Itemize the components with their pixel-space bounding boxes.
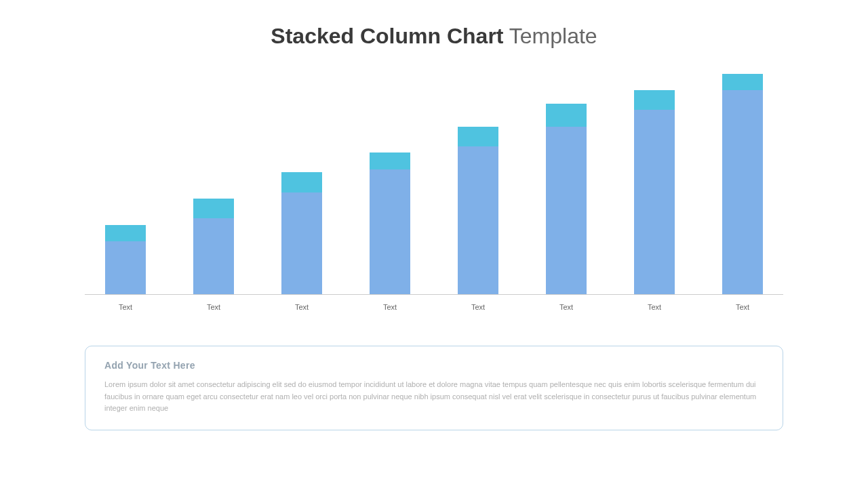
x-axis-label: Text xyxy=(722,303,763,311)
bar-segment-lower xyxy=(634,110,675,294)
bar-group xyxy=(546,104,587,294)
title-bold: Stacked Column Chart xyxy=(271,24,503,48)
chart: TextTextTextTextTextTextTextText xyxy=(85,71,783,308)
x-axis-label: Text xyxy=(370,303,410,311)
bar-group xyxy=(634,90,675,294)
bar-segment-upper xyxy=(370,152,410,169)
bar-segment-lower xyxy=(546,127,587,295)
bar-segment-lower xyxy=(281,192,322,294)
x-axis-label: Text xyxy=(634,303,675,311)
description-heading: Add Your Text Here xyxy=(104,360,764,371)
x-axis-label: Text xyxy=(193,303,234,311)
bar-segment-upper xyxy=(105,225,146,241)
x-axis-label: Text xyxy=(281,303,322,311)
bar-segment-upper xyxy=(546,104,587,127)
bar-segment-lower xyxy=(193,218,234,294)
bar-group xyxy=(281,172,322,294)
bar-group xyxy=(722,74,763,294)
bar-group xyxy=(105,225,146,294)
bar-segment-upper xyxy=(722,74,763,90)
bar-segment-upper xyxy=(193,199,234,218)
bar-group xyxy=(193,199,234,294)
x-axis-label: Text xyxy=(458,303,498,311)
description-box: Add Your Text Here Lorem ipsum dolor sit… xyxy=(85,346,783,430)
bar-group xyxy=(370,152,410,294)
x-axis-label: Text xyxy=(546,303,587,311)
page-title: Stacked Column Chart Template xyxy=(0,0,868,49)
x-axis-label: Text xyxy=(105,303,146,311)
bar-segment-lower xyxy=(105,241,146,294)
bar-group xyxy=(458,127,498,294)
title-light: Template xyxy=(504,24,597,48)
chart-bars xyxy=(85,71,783,295)
chart-x-labels: TextTextTextTextTextTextTextText xyxy=(85,295,783,311)
bar-segment-lower xyxy=(370,169,410,294)
bar-segment-upper xyxy=(458,127,498,146)
bar-segment-upper xyxy=(634,90,675,110)
description-body: Lorem ipsum dolor sit amet consectetur a… xyxy=(104,379,764,415)
bar-segment-upper xyxy=(281,172,322,192)
bar-segment-lower xyxy=(458,146,498,294)
bar-segment-lower xyxy=(722,90,763,294)
